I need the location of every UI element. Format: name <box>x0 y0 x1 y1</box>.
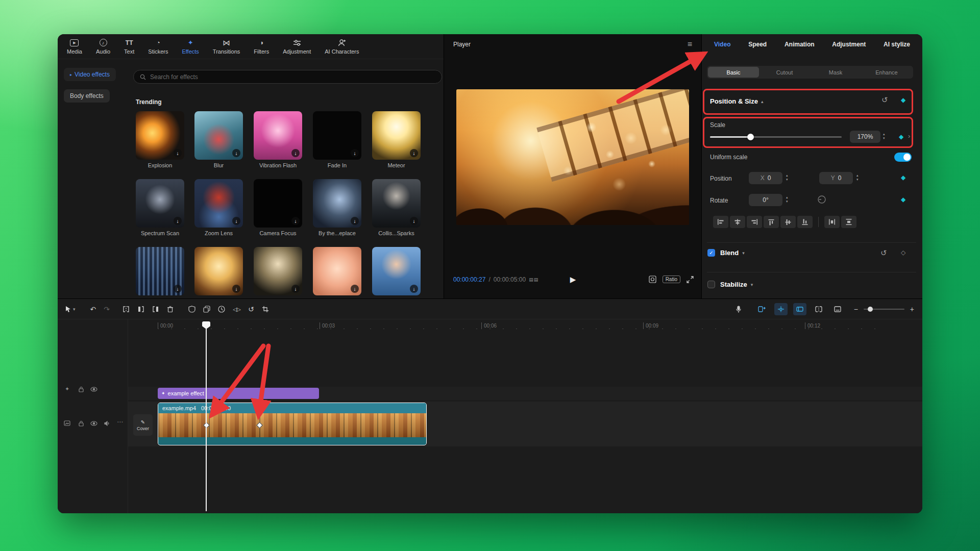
effect-card[interactable]: ↓ <box>372 247 421 295</box>
download-icon[interactable]: ↓ <box>351 217 359 225</box>
delete-icon[interactable] <box>167 306 174 313</box>
reset-icon[interactable]: ↺ <box>881 95 888 105</box>
effect-thumbnail[interactable]: ↓ <box>194 179 243 228</box>
stepper-up-icon[interactable]: ▴ <box>856 174 859 177</box>
uniform-scale-toggle[interactable] <box>894 153 912 162</box>
effect-thumbnail[interactable]: ↓ <box>254 179 302 228</box>
next-keyframe-icon[interactable]: › <box>908 132 910 140</box>
download-icon[interactable]: ↓ <box>410 285 418 293</box>
tab-transitions[interactable]: ⋈ Transitions <box>213 39 240 55</box>
stepper-up-icon[interactable]: ▴ <box>883 133 885 136</box>
mirror-icon[interactable]: ◁▷ <box>233 306 240 313</box>
scale-slider-handle[interactable] <box>747 134 754 140</box>
select-tool-button[interactable]: ▾ <box>65 306 76 313</box>
rotate-knob[interactable] <box>817 195 826 204</box>
blend-header[interactable]: Blend ▾ <box>720 249 745 257</box>
rotate-stepper[interactable]: ▴ ▾ <box>786 196 788 203</box>
stepper-up-icon[interactable]: ▴ <box>786 174 788 177</box>
undo-icon[interactable]: ↶ <box>90 305 96 313</box>
more-options-icon[interactable]: ⋯ <box>117 418 123 425</box>
tab-adjustment-props[interactable]: Adjustment <box>832 41 866 48</box>
delete-right-icon[interactable] <box>152 306 159 313</box>
effect-thumbnail[interactable]: ↓ <box>313 111 361 160</box>
lock-icon[interactable] <box>78 420 84 427</box>
subtab-basic[interactable]: Basic <box>708 67 759 78</box>
effect-thumbnail[interactable]: ↓ <box>313 247 361 295</box>
effect-thumbnail[interactable]: ↓ <box>254 111 302 160</box>
effect-card[interactable]: ↓ Vibration Flash <box>254 111 302 168</box>
align-center-horizontal-button[interactable] <box>730 216 745 228</box>
effect-card[interactable]: ↓ Fade In <box>313 111 361 168</box>
effect-card[interactable]: ↓ <box>254 247 302 295</box>
zoom-out-icon[interactable]: − <box>854 305 858 313</box>
reset-icon[interactable]: ↺ <box>880 248 887 258</box>
zoom-in-icon[interactable]: + <box>910 305 914 313</box>
split-view-icon[interactable] <box>812 303 825 315</box>
effect-thumbnail[interactable]: ↓ <box>254 247 302 295</box>
timeline-zoom-slider[interactable] <box>864 306 904 313</box>
download-icon[interactable]: ↓ <box>410 149 418 157</box>
tab-media[interactable]: ▶ Media <box>67 39 82 55</box>
linked-preview-icon[interactable] <box>793 303 806 315</box>
keyframe-icon[interactable]: ◆ <box>901 174 905 181</box>
tab-ai-characters[interactable]: AI Characters <box>325 39 359 55</box>
tab-stickers[interactable]: ◔ Stickers <box>148 39 168 55</box>
effect-thumbnail[interactable]: ↓ <box>372 247 421 295</box>
stepper-down-icon[interactable]: ▾ <box>786 200 788 203</box>
play-button[interactable]: ▶ <box>570 275 576 284</box>
effect-thumbnail[interactable]: ↓ <box>136 247 184 295</box>
sidebar-item-body-effects[interactable]: Body effects <box>64 89 110 103</box>
zoom-slider-handle[interactable] <box>868 307 873 312</box>
download-icon[interactable]: ↓ <box>174 285 182 293</box>
subtab-cutout[interactable]: Cutout <box>759 67 810 78</box>
download-icon[interactable]: ↓ <box>232 149 240 157</box>
split-icon[interactable] <box>122 306 130 313</box>
effect-card[interactable]: ↓ Camera Focus <box>254 179 302 236</box>
effect-card[interactable]: ↓ Meteor <box>372 111 421 168</box>
download-icon[interactable]: ↓ <box>351 285 359 293</box>
ratio-button[interactable]: Ratio <box>663 276 680 283</box>
eye-icon[interactable] <box>90 387 97 392</box>
effect-thumbnail[interactable]: ↓ <box>194 247 243 295</box>
scale-value-field[interactable]: 170% <box>850 131 880 143</box>
download-icon[interactable]: ↓ <box>232 285 240 293</box>
position-x-field[interactable]: X 0 <box>749 172 782 184</box>
eye-icon[interactable] <box>90 421 97 426</box>
mask-icon[interactable] <box>188 306 195 313</box>
tab-effects[interactable]: ✦ Effects <box>182 39 199 55</box>
align-top-button[interactable] <box>764 216 779 228</box>
effects-search-bar[interactable] <box>133 70 442 84</box>
tab-audio[interactable]: ♪ Audio <box>96 39 110 55</box>
tab-animation[interactable]: Animation <box>785 41 815 48</box>
auto-reframe-icon[interactable] <box>755 303 769 315</box>
playhead[interactable] <box>206 321 207 511</box>
align-left-button[interactable] <box>713 216 728 228</box>
effect-thumbnail[interactable]: ↓ <box>136 111 184 160</box>
position-y-stepper[interactable]: ▴ ▾ <box>856 174 859 181</box>
speed-icon[interactable] <box>218 306 225 313</box>
crop-icon[interactable] <box>262 306 269 313</box>
position-y-field[interactable]: Y 0 <box>819 172 853 184</box>
record-voiceover-icon[interactable] <box>736 306 742 313</box>
scale-stepper[interactable]: ▴ ▾ <box>883 133 885 140</box>
subtab-mask[interactable]: Mask <box>810 67 861 78</box>
fullscreen-icon[interactable] <box>687 276 694 283</box>
adapt-view-icon[interactable] <box>831 303 844 315</box>
position-size-header[interactable]: Position & Size ▴ <box>710 97 763 105</box>
effect-card[interactable]: ↓ Spectrum Scan <box>136 179 184 236</box>
tab-adjustment[interactable]: Adjustment <box>283 39 311 55</box>
keyframe-icon[interactable]: ◆ <box>899 133 903 140</box>
download-icon[interactable]: ↓ <box>291 285 300 293</box>
download-icon[interactable]: ↓ <box>232 217 240 225</box>
stabilize-header[interactable]: Stabilize ▾ <box>720 281 753 288</box>
lock-icon[interactable] <box>78 386 84 392</box>
rotate-field[interactable]: 0° <box>749 194 782 206</box>
download-icon[interactable]: ↓ <box>174 149 182 157</box>
playhead-handle[interactable] <box>202 321 210 329</box>
tab-ai-stylize[interactable]: AI stylize <box>884 41 910 48</box>
align-bottom-button[interactable] <box>797 216 813 228</box>
effect-card[interactable]: ↓ <box>136 247 184 295</box>
distribute-horizontal-button[interactable] <box>824 216 840 228</box>
effect-thumbnail[interactable]: ↓ <box>313 179 361 228</box>
stepper-up-icon[interactable]: ▴ <box>786 196 788 199</box>
